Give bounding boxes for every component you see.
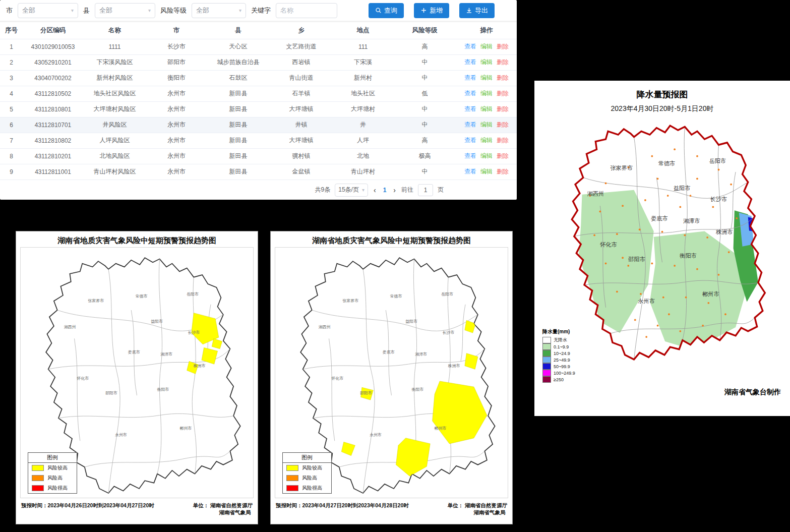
view-link[interactable]: 查看 [464, 137, 476, 144]
edit-link[interactable]: 编辑 [480, 137, 493, 144]
city-label: 娄底市 [651, 215, 668, 221]
delete-link[interactable]: 删除 [497, 74, 509, 81]
view-link[interactable]: 查看 [464, 105, 476, 112]
table-cell: 43052910201 [23, 54, 83, 70]
next-page-button[interactable]: › [392, 186, 397, 194]
city-select-value: 全部 [22, 6, 35, 15]
pagination: 共9条 15条/页 ▾ ‹ 1 › 前往 页 [0, 180, 517, 197]
legend-swatch [542, 343, 551, 350]
view-link[interactable]: 查看 [464, 90, 476, 97]
station-dot [684, 234, 686, 237]
legend-items: 风险较高风险高风险很高 [283, 463, 331, 493]
county-select-value: 全部 [99, 6, 112, 15]
city-label: 怀化市 [77, 376, 89, 381]
table-cell: 下宋溪风险区 [83, 54, 146, 70]
delete-link[interactable]: 删除 [497, 58, 509, 66]
table-cell: 111 [333, 39, 393, 54]
table-cell: 永州市 [146, 117, 207, 133]
table-row: 943112811001青山坪村风险区永州市新田县金盆镇青山坪村中查看编辑删除 [0, 164, 517, 180]
view-link[interactable]: 查看 [464, 121, 476, 128]
table-cell: 石鼓区 [207, 70, 270, 86]
table-cell: 低 [393, 86, 456, 101]
station-dot [724, 313, 726, 315]
view-link[interactable]: 查看 [464, 152, 476, 159]
prev-page-button[interactable]: ‹ [373, 186, 377, 194]
table-cell: 43040700202 [23, 70, 83, 86]
table-cell: 新田县 [207, 117, 270, 133]
view-link[interactable]: 查看 [464, 168, 476, 175]
edit-link[interactable]: 编辑 [480, 74, 493, 81]
page-size-select[interactable]: 15条/页 ▾ [335, 184, 368, 197]
current-page[interactable]: 1 [382, 187, 388, 194]
delete-link[interactable]: 删除 [497, 105, 509, 112]
station-dot [679, 206, 681, 208]
edit-link[interactable]: 编辑 [480, 105, 493, 112]
city-label: 永州市 [370, 433, 382, 437]
table-cell: 高 [393, 39, 456, 54]
city-label: 岳阳市 [187, 292, 199, 297]
city-label: 常德市 [136, 294, 148, 299]
station-dot [651, 263, 653, 265]
search-button[interactable]: 查询 [369, 3, 404, 18]
edit-link[interactable]: 编辑 [480, 58, 493, 66]
delete-link[interactable]: 删除 [497, 90, 509, 97]
table-cell: 金盆镇 [270, 164, 333, 180]
city-label: 常德市 [390, 294, 402, 299]
delete-link[interactable]: 删除 [497, 137, 509, 144]
chevron-down-icon: ▾ [239, 8, 241, 13]
delete-link[interactable]: 删除 [497, 43, 509, 50]
edit-link[interactable]: 编辑 [480, 43, 493, 50]
goto-page-input[interactable] [418, 184, 433, 196]
table-cell: 长沙市 [146, 39, 207, 54]
table-cell-actions: 查看编辑删除 [456, 133, 517, 148]
city-label: 株洲市 [448, 364, 460, 368]
legend-items: 风险较高风险高风险很高 [28, 463, 77, 493]
delete-link[interactable]: 删除 [497, 152, 509, 159]
table-cell: 大坪塘镇 [270, 133, 333, 148]
legend-swatch [286, 465, 298, 471]
delete-link[interactable]: 删除 [497, 121, 509, 128]
city-label: 益阳市 [151, 319, 163, 324]
station-dot [668, 313, 670, 315]
goto-label: 前往 [401, 186, 413, 194]
county-select[interactable]: 全部 ▾ [95, 3, 155, 18]
city-label: 岳阳市 [709, 158, 726, 164]
station-dot [667, 195, 669, 197]
keyword-input[interactable] [276, 3, 337, 18]
station-dot [696, 155, 698, 157]
filter-bar: 市 全部 ▾ 县 全部 ▾ 风险等级 全部 ▾ 关键字 查询 新增 导出 [0, 0, 517, 22]
export-button[interactable]: 导出 [459, 3, 495, 18]
station-dot [645, 336, 647, 338]
station-dot [679, 330, 681, 332]
view-link[interactable]: 查看 [464, 58, 476, 66]
add-button[interactable]: 新增 [414, 3, 449, 18]
delete-link[interactable]: 删除 [497, 168, 509, 175]
legend-label: 100~249.9 [554, 371, 575, 376]
risk-level-select[interactable]: 全部 ▾ [192, 3, 246, 18]
city-select[interactable]: 全部 ▾ [18, 3, 78, 18]
view-link[interactable]: 查看 [464, 43, 476, 50]
table-cell-actions: 查看编辑删除 [456, 101, 517, 117]
table-cell: 3 [0, 70, 23, 86]
forecast-time: 预报时间：2023年04月27日20时到2023年04月28日20时 [276, 502, 409, 516]
table-cell: 新田县 [207, 86, 270, 101]
city-label: 湘西州 [319, 325, 331, 329]
table-cell: 地头社区 [333, 86, 393, 101]
edit-link[interactable]: 编辑 [480, 168, 493, 175]
view-link[interactable]: 查看 [464, 74, 476, 81]
station-dot [661, 231, 663, 233]
legend-item: ≥250 [542, 376, 575, 383]
table-cell: 永州市 [146, 164, 207, 180]
station-dot [707, 302, 709, 304]
edit-link[interactable]: 编辑 [480, 152, 493, 159]
edit-link[interactable]: 编辑 [480, 121, 493, 128]
table-cell: 人坪 [333, 133, 393, 148]
table-body: 143010290100531111长沙市天心区文艺路街道111高查看编辑删除2… [0, 39, 517, 180]
edit-link[interactable]: 编辑 [480, 90, 493, 97]
trend-map-panel-1: 湖南省地质灾害气象风险中短期预警预报趋势图 湘西州张家界市常德市岳阳市益阳市长沙… [16, 231, 258, 524]
table-cell: 邵阳市 [146, 54, 207, 70]
city-label: 益阳市 [405, 319, 417, 324]
legend-swatch [542, 350, 551, 357]
table-cell: 北地风险区 [83, 148, 146, 164]
unit-credit: 单位： 湖南省自然资源厅 湖南省气象局 [448, 502, 507, 516]
